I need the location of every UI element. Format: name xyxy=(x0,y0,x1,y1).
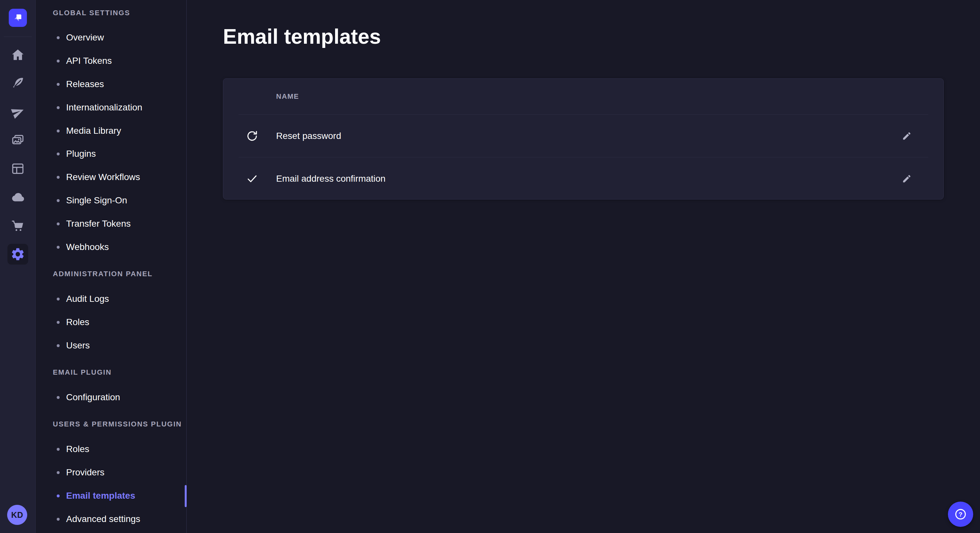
bullet-icon xyxy=(57,36,60,39)
sidebar-item-transfer-tokens[interactable]: Transfer Tokens xyxy=(36,212,186,235)
sidebar-item-releases[interactable]: Releases xyxy=(36,73,186,96)
sidebar-item-plugins[interactable]: Plugins xyxy=(36,142,186,165)
sidebar-item-email-templates[interactable]: Email templates xyxy=(36,484,186,508)
section-title-administration-panel: ADMINISTRATION PANEL xyxy=(53,268,153,281)
sidebar-item-audit-logs[interactable]: Audit Logs xyxy=(36,287,186,311)
shopping-cart-icon[interactable] xyxy=(8,215,28,236)
question-circle-icon: ? xyxy=(954,508,967,521)
email-templates-table: NAME Reset password xyxy=(223,78,944,200)
bullet-icon xyxy=(57,471,60,474)
bullet-icon xyxy=(57,344,60,347)
paper-plane-icon[interactable] xyxy=(8,102,28,122)
sidebar-item-admin-users[interactable]: Users xyxy=(36,334,186,357)
refresh-icon xyxy=(245,129,259,143)
sidebar-item-up-roles[interactable]: Roles xyxy=(36,438,186,461)
active-item-indicator xyxy=(185,485,187,507)
bullet-icon xyxy=(57,199,60,202)
home-icon[interactable] xyxy=(8,45,28,65)
sidebar-item-admin-roles[interactable]: Roles xyxy=(36,311,186,334)
bullet-icon xyxy=(57,152,60,155)
bullet-icon xyxy=(57,222,60,225)
sidebar-item-internationalization[interactable]: Internationalization xyxy=(36,96,186,119)
help-button[interactable]: ? xyxy=(948,501,973,527)
table-row: Reset password xyxy=(223,115,943,157)
gear-icon[interactable] xyxy=(8,244,28,265)
layout-icon[interactable] xyxy=(8,159,28,179)
bullet-icon xyxy=(57,518,60,521)
section-title-email-plugin: EMAIL PLUGIN xyxy=(53,366,111,379)
bullet-icon xyxy=(57,176,60,179)
strapi-logo-icon xyxy=(12,12,23,23)
bullet-icon xyxy=(57,60,60,62)
sidebar-item-api-tokens[interactable]: API Tokens xyxy=(36,49,186,73)
bullet-icon xyxy=(57,130,60,132)
pencil-icon xyxy=(901,130,912,141)
main-nav-rail: KD xyxy=(0,0,36,533)
sidebar-item-overview[interactable]: Overview xyxy=(36,26,186,49)
template-name: Reset password xyxy=(276,115,341,157)
sidebar-item-webhooks[interactable]: Webhooks xyxy=(36,235,186,259)
strapi-logo[interactable] xyxy=(9,9,27,27)
rail-divider xyxy=(4,36,32,37)
bullet-icon xyxy=(57,448,60,451)
page-title: Email templates xyxy=(223,25,381,49)
settings-subnav: GLOBAL SETTINGS Overview API Tokens Rele… xyxy=(36,0,187,533)
bullet-icon xyxy=(57,495,60,497)
sidebar-item-advanced-settings[interactable]: Advanced settings xyxy=(36,508,186,531)
sidebar-item-media-library[interactable]: Media Library xyxy=(36,119,186,143)
sidebar-item-up-providers[interactable]: Providers xyxy=(36,461,186,484)
edit-reset-password-button[interactable] xyxy=(898,128,915,144)
bullet-icon xyxy=(57,83,60,86)
template-name: Email address confirmation xyxy=(276,157,386,200)
bullet-icon xyxy=(57,298,60,300)
bullet-icon xyxy=(57,246,60,249)
bullet-icon xyxy=(57,396,60,399)
table-header-row: NAME xyxy=(223,79,943,114)
sidebar-item-review-workflows[interactable]: Review Workflows xyxy=(36,165,186,189)
avatar[interactable]: KD xyxy=(7,505,27,525)
pencil-icon xyxy=(901,173,912,184)
edit-email-confirmation-button[interactable] xyxy=(898,170,915,187)
table-row: Email address confirmation xyxy=(223,157,943,200)
bullet-icon xyxy=(57,321,60,324)
section-title-users-permissions-plugin: USERS & PERMISSIONS PLUGIN xyxy=(53,418,182,431)
pictures-icon[interactable] xyxy=(8,130,28,151)
cloud-icon[interactable] xyxy=(8,187,28,208)
sidebar-item-single-sign-on[interactable]: Single Sign-On xyxy=(36,189,186,212)
feather-icon[interactable] xyxy=(8,73,28,94)
sidebar-item-email-configuration[interactable]: Configuration xyxy=(36,385,186,409)
check-icon xyxy=(245,171,259,186)
svg-text:?: ? xyxy=(959,511,963,518)
column-header-name: NAME xyxy=(276,79,299,114)
bullet-icon xyxy=(57,106,60,109)
section-title-global-settings: GLOBAL SETTINGS xyxy=(53,6,130,19)
main-content: Email templates NAME Reset password xyxy=(187,0,980,533)
